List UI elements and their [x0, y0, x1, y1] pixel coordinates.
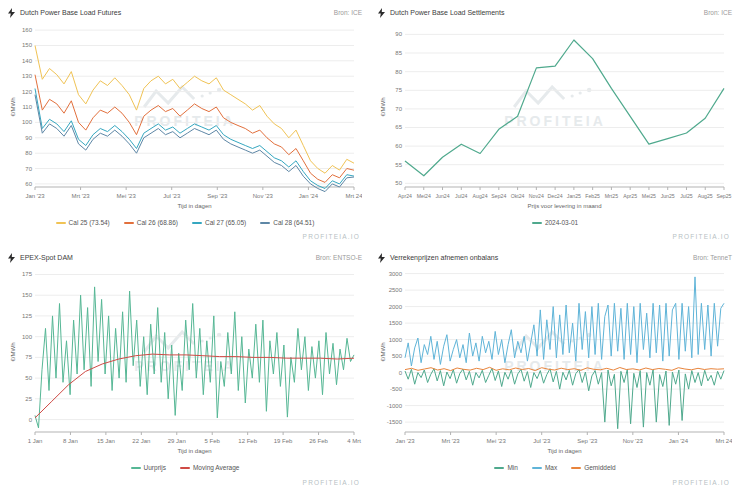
svg-text:€/MWh: €/MWh — [380, 342, 386, 361]
svg-text:110: 110 — [22, 104, 32, 110]
svg-text:-1000: -1000 — [387, 403, 403, 409]
legend-item[interactable]: Uurprijs — [131, 464, 166, 471]
futures-chart[interactable]: 60708090100110120130140150160Jan '23Mrt … — [8, 21, 362, 217]
svg-text:100: 100 — [22, 334, 33, 340]
svg-text:0: 0 — [399, 370, 403, 376]
svg-text:Okt24: Okt24 — [511, 193, 525, 199]
legend-swatch — [260, 222, 270, 224]
legend-item[interactable]: Cal 26 (68.86) — [124, 219, 178, 226]
svg-text:Tijd in dagen: Tijd in dagen — [177, 448, 211, 454]
series-line — [405, 40, 724, 176]
legend-swatch — [180, 467, 190, 469]
panel-source: Bron: ICE — [334, 9, 362, 16]
profiteia-footer: PROFITEIA.IO — [303, 233, 360, 240]
panel-source: Bron: ICE — [704, 9, 732, 16]
svg-text:19 Feb: 19 Feb — [274, 438, 293, 444]
svg-text:65: 65 — [395, 124, 402, 130]
svg-text:2000: 2000 — [389, 304, 403, 310]
settlements-chart[interactable]: 505560657075808590Apr24Mei24Jun24Jul24Au… — [378, 21, 732, 217]
svg-text:15 Jan: 15 Jan — [97, 438, 115, 444]
svg-text:120: 120 — [22, 89, 33, 95]
bolt-icon — [378, 253, 385, 263]
legend-label: Cal 28 (64.51) — [273, 219, 314, 226]
svg-text:Jan '24: Jan '24 — [299, 193, 319, 199]
settlements-legend: 2024-03-01 — [378, 217, 732, 228]
legend-swatch — [131, 467, 141, 469]
chart-area: PROFITEIA 60708090100110120130140150160J… — [8, 21, 362, 217]
legend-swatch — [124, 222, 134, 224]
svg-text:Nov '23: Nov '23 — [253, 193, 274, 199]
svg-text:25: 25 — [25, 396, 32, 402]
legend-item[interactable]: Cal 25 (73.54) — [56, 219, 110, 226]
svg-text:Sep24: Sep24 — [491, 193, 506, 199]
svg-text:Sep25: Sep25 — [716, 193, 731, 199]
panel-title: EPEX-Spot DAM — [20, 254, 73, 261]
svg-text:160: 160 — [22, 27, 33, 33]
chart-area: PROFITEIA 02550751001251501751 Jan8 Jan1… — [8, 266, 362, 462]
svg-text:Jan25: Jan25 — [567, 193, 581, 199]
panel-header: Dutch Power Base Load Futures Bron: ICE — [8, 6, 362, 19]
svg-text:140: 140 — [22, 58, 33, 64]
panel-header: EPEX-Spot DAM Bron: ENTSO-E — [8, 251, 362, 264]
svg-text:Mei '23: Mei '23 — [487, 438, 507, 444]
epex-chart[interactable]: 02550751001251501751 Jan8 Jan15 Jan22 Ja… — [8, 266, 362, 462]
svg-text:55: 55 — [395, 162, 402, 168]
panel-source: Bron: TenneT — [693, 254, 732, 261]
legend-item[interactable]: Gemiddeld — [571, 464, 615, 471]
svg-text:Mrt '23: Mrt '23 — [441, 438, 460, 444]
series-line — [405, 368, 724, 428]
onbalans-chart[interactable]: -1500-1000-500050010001500200025003000Ja… — [378, 266, 732, 462]
legend-label: Cal 27 (65.05) — [205, 219, 246, 226]
svg-text:€/MWh: €/MWh — [380, 97, 386, 116]
panel-title: Dutch Power Base Load Settlements — [390, 9, 504, 16]
svg-text:2500: 2500 — [389, 287, 403, 293]
panel-onbalans: Verrekenprijzen afnemen onbalans Bron: T… — [370, 245, 740, 491]
svg-text:80: 80 — [25, 150, 32, 156]
svg-text:Jan '23: Jan '23 — [395, 438, 415, 444]
svg-text:90: 90 — [25, 135, 32, 141]
svg-text:150: 150 — [22, 42, 33, 48]
svg-text:Jun24: Jun24 — [435, 193, 449, 199]
legend-item[interactable]: 2024-03-01 — [532, 219, 578, 226]
svg-text:150: 150 — [22, 292, 33, 298]
svg-text:8 Jan: 8 Jan — [63, 438, 78, 444]
svg-text:0: 0 — [29, 417, 33, 423]
legend-swatch — [571, 467, 581, 469]
svg-text:50: 50 — [395, 180, 402, 186]
bolt-icon — [8, 8, 15, 18]
svg-text:12 Feb: 12 Feb — [238, 438, 257, 444]
panel-epex: EPEX-Spot DAM Bron: ENTSO-E PROFITEIA 02… — [0, 245, 370, 491]
legend-swatch — [56, 222, 66, 224]
svg-text:Mrt '23: Mrt '23 — [71, 193, 90, 199]
svg-text:500: 500 — [392, 353, 403, 359]
svg-text:Sep '23: Sep '23 — [207, 193, 228, 199]
legend-label: 2024-03-01 — [545, 219, 578, 226]
legend-label: Uurprijs — [144, 464, 166, 471]
legend-item[interactable]: Moving Average — [180, 464, 240, 471]
panel-header: Verrekenprijzen afnemen onbalans Bron: T… — [378, 251, 732, 264]
svg-text:50: 50 — [25, 375, 32, 381]
panel-futures: Dutch Power Base Load Futures Bron: ICE … — [0, 0, 370, 245]
svg-text:Mei25: Mei25 — [642, 193, 656, 199]
legend-swatch — [532, 222, 542, 224]
svg-text:-1500: -1500 — [387, 419, 403, 425]
svg-text:22 Jan: 22 Jan — [132, 438, 150, 444]
svg-text:Jan '24: Jan '24 — [669, 438, 689, 444]
svg-text:Jan '23: Jan '23 — [25, 193, 45, 199]
svg-text:Jun25: Jun25 — [661, 193, 675, 199]
svg-text:Prijs voor levering in maand: Prijs voor levering in maand — [527, 203, 601, 209]
svg-text:90: 90 — [395, 31, 402, 37]
legend-item[interactable]: Min — [494, 464, 517, 471]
legend-label: Min — [507, 464, 517, 471]
legend-item[interactable]: Max — [532, 464, 557, 471]
onbalans-legend: MinMaxGemiddeld — [378, 462, 732, 473]
svg-text:85: 85 — [395, 50, 402, 56]
legend-item[interactable]: Cal 27 (65.05) — [192, 219, 246, 226]
legend-swatch — [494, 467, 504, 469]
svg-text:70: 70 — [25, 166, 32, 172]
svg-text:60: 60 — [25, 181, 32, 187]
futures-legend: Cal 25 (73.54)Cal 26 (68.86)Cal 27 (65.0… — [8, 217, 362, 228]
svg-text:Mrt 24: Mrt 24 — [715, 438, 732, 444]
svg-text:4 Mrt: 4 Mrt — [347, 438, 361, 444]
legend-item[interactable]: Cal 28 (64.51) — [260, 219, 314, 226]
